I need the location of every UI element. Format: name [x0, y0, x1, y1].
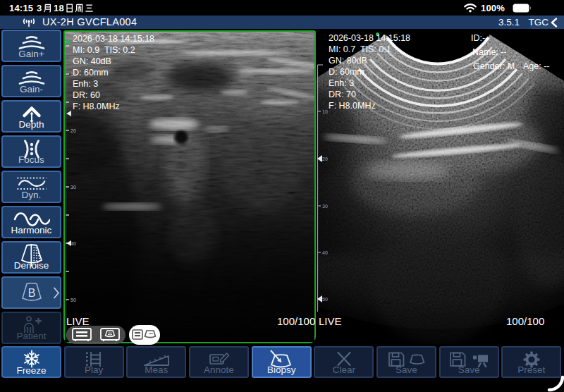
svg-text:30: 30	[322, 204, 328, 209]
svg-text:40: 40	[70, 241, 76, 246]
svg-text:50: 50	[322, 297, 328, 302]
svg-text:40: 40	[322, 250, 328, 255]
svg-text:50: 50	[70, 298, 76, 302]
svg-text:30: 30	[70, 185, 76, 190]
svg-text:10: 10	[322, 109, 328, 114]
svg-text:20: 20	[322, 157, 328, 161]
svg-text:20: 20	[70, 128, 76, 133]
svg-text:B: B	[27, 287, 35, 299]
